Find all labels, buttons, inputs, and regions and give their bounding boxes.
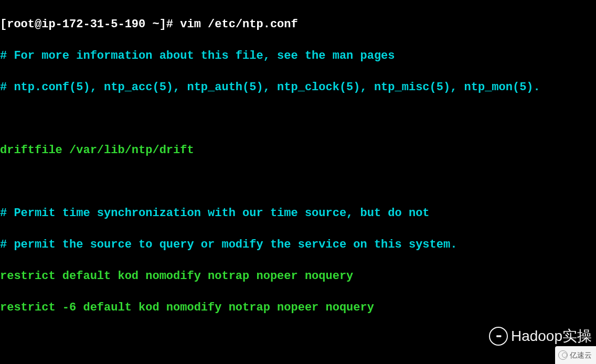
shell-prompt: [root@ip-172-31-5-190 ~]#: [0, 18, 180, 31]
vim-comment-line: # ntp.conf(5), ntp_acc(5), ntp_auth(5), …: [0, 80, 596, 95]
vim-config-line: restrict -6 default kod nomodify notrap …: [0, 300, 596, 316]
cloud-icon: [558, 350, 568, 360]
wechat-watermark: ••• Hadoop实操: [489, 327, 592, 346]
vim-blank-line: [0, 111, 596, 127]
vim-blank-line: [0, 174, 596, 190]
vim-config-line: restrict default kod nomodify notrap nop…: [0, 269, 596, 284]
site-watermark-text: 亿速云: [570, 347, 592, 363]
terminal-output[interactable]: [root@ip-172-31-5-190 ~]# vim /etc/ntp.c…: [0, 0, 596, 364]
site-watermark: 亿速云: [555, 346, 596, 364]
vim-config-line: driftfile /var/lib/ntp/drift: [0, 143, 596, 158]
prompt-line: [root@ip-172-31-5-190 ~]# vim /etc/ntp.c…: [0, 17, 596, 33]
vim-comment-line: # permit the source to query or modify t…: [0, 237, 596, 253]
shell-command: vim /etc/ntp.conf: [180, 18, 297, 31]
wechat-icon: •••: [489, 327, 508, 346]
vim-comment-line: # Permit time synchronization with our t…: [0, 206, 596, 221]
watermark-label: Hadoop实操: [511, 328, 592, 344]
vim-comment-line: # For more information about this file, …: [0, 48, 596, 64]
